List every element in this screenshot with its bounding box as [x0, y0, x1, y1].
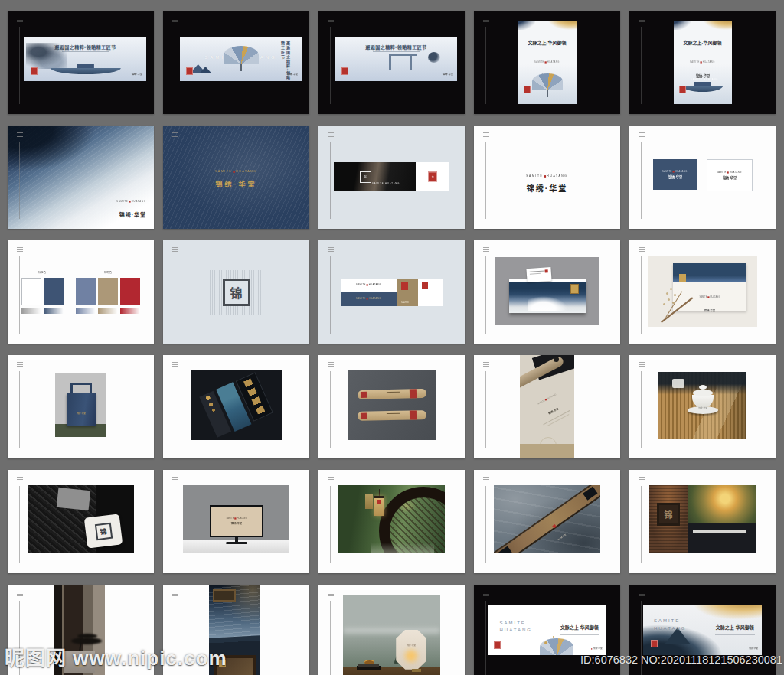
- brand-en-left: SAMITE: [401, 301, 409, 303]
- banner-artwork: SAMITEHUATANG 文脉之上·华风御领 锦绣·华堂: [643, 605, 762, 655]
- red-seal: [422, 282, 428, 289]
- fan-graphic: [224, 46, 259, 64]
- brand-en-row: SAMITEHUATANG: [215, 171, 256, 174]
- thumb-scroll-tubes: [318, 355, 465, 458]
- banner-en-block: SAMITEHUATANG: [500, 620, 532, 634]
- swatch-red: [120, 278, 140, 305]
- thumb-cover-inkwash: SAMITEHUATANG 锦绣·华堂: [8, 126, 154, 229]
- brand-en-right: HUATANG: [703, 61, 715, 64]
- gradient-bar: [120, 308, 140, 314]
- background-cup: [672, 379, 684, 388]
- brand-logo: 锦绣·华堂: [576, 639, 603, 653]
- gate-post-graphic: [410, 56, 412, 70]
- red-band: [410, 390, 416, 399]
- brand-en-text: SAMITE HUATANG: [372, 183, 400, 185]
- red-seal: [361, 412, 367, 419]
- palette-group-label: 标准色: [39, 272, 47, 275]
- swatch-navy: [44, 278, 64, 305]
- gold-brush-graphic: [546, 21, 577, 34]
- kraft-band: [520, 444, 574, 458]
- brand-cn-text: 锦绣·华堂: [230, 522, 241, 525]
- thumb-banner-boat: SAMITE HUATANG 邂逅国之精粹·领略精工匠节 锦绣·华堂: [8, 11, 154, 114]
- brand-logo: 锦绣·华堂: [433, 65, 453, 79]
- logo-mark-square: 锦: [95, 522, 113, 540]
- logo-card-navy: SAMITEHUATANG 锦绣·华堂: [653, 159, 697, 190]
- wave-graphic: [528, 296, 567, 311]
- pouch-graphic: [509, 279, 586, 313]
- cards-layout: SAMITEHUATANG 锦绣·华堂 SAMITEHUATANG 锦绣·华堂: [629, 159, 776, 191]
- brand-en-left: SAMITE: [215, 171, 232, 173]
- thumb-forest-lamp: 锦绣·华堂: [318, 585, 465, 675]
- brand-en-right: HUATANG: [547, 175, 567, 178]
- lockup-vertical-panel: [418, 279, 443, 306]
- banner-title-block: 文脉之上·华风御领: [715, 618, 755, 635]
- brand-logo: 锦绣·华堂: [67, 404, 96, 418]
- gold-brush-graphic: [701, 21, 732, 34]
- brand-cn-text: 锦绣·华堂: [132, 73, 142, 77]
- thumb-banner-fan: SAMITE HUATANG 邂逅国之精粹·领略精工匠节 锦绣·华堂: [163, 11, 309, 114]
- mockup-photo: 锦: [649, 485, 756, 553]
- lamp-base: [412, 669, 421, 672]
- brand-cn-text: 锦绣·华堂: [668, 175, 681, 179]
- thumb-cover-navy: SAMITEHUATANG 锦绣·华堂: [163, 126, 309, 229]
- watermark-site: 昵图网 www.nipic.com: [5, 642, 227, 670]
- red-square-mark: [544, 175, 547, 178]
- red-seal: [341, 67, 348, 75]
- swatch-tan: [98, 278, 118, 305]
- logo-mark-char: 锦: [364, 176, 367, 179]
- brand-logo: 锦绣·华堂: [122, 65, 142, 79]
- thumb-garden-lanterns: [318, 470, 465, 573]
- business-card: [526, 267, 551, 282]
- banner-artwork: SAMITEHUATANG 文脉之上·华风御领 锦绣·华堂: [488, 605, 606, 655]
- brand-en-left: SAMITE: [526, 175, 543, 178]
- stone-path: [371, 543, 434, 553]
- logo-card-white: SAMITEHUATANG 锦绣·华堂: [707, 159, 753, 191]
- vertical-text-line: [423, 291, 423, 302]
- red-seal: 锦: [428, 172, 437, 182]
- red-seal: [377, 500, 381, 504]
- thumb-photo-strip: 锦 SAMITE HUATANG 锦: [318, 126, 465, 229]
- lamp-logo: 锦绣·华堂: [396, 636, 426, 650]
- brand-en-left: SAMITE: [356, 284, 366, 286]
- thumb-envelope-mockup: SAMITEHUATANG 锦绣·华堂: [629, 240, 776, 344]
- poster-title: 文脉之上·华风御领: [518, 39, 577, 46]
- red-square-mark: [544, 269, 547, 272]
- thumb-logo-cards: SAMITEHUATANG 锦绣·华堂 SAMITEHUATANG 锦绣·华堂: [629, 126, 776, 229]
- thumb-screen-mockup: SAMITEHUATANG 锦绣·华堂: [163, 470, 309, 573]
- thumb-tea-cup: 锦绣·华堂: [629, 355, 776, 458]
- red-seal: [651, 640, 658, 647]
- thumb-poster-boat: 文脉之上·华风御领 SAMITEHUATANG 锦绣·华堂 SAMITE HUA…: [629, 11, 776, 114]
- cup-logo: 锦绣·华堂: [692, 399, 714, 412]
- thumb-pouch-mockup: [474, 240, 620, 344]
- logo-mark-char: 锦: [665, 508, 673, 520]
- swatch-slate: [76, 278, 96, 305]
- thumb-pillow: 锦: [8, 470, 154, 573]
- lantern: [374, 496, 384, 516]
- thumb-logo-mark: 锦: [163, 240, 309, 344]
- ink-corner-graphic: [518, 21, 535, 30]
- strip-white-panel: 锦: [416, 162, 449, 191]
- mockup-photo: [495, 257, 599, 325]
- brand-cn-text: 锦绣·华堂: [216, 181, 257, 188]
- boat-graphic: [682, 86, 723, 92]
- dark-pavilion: [688, 523, 756, 553]
- stock-image-preview: SAMITE HUATANG 邂逅国之精粹·领略精工匠节 锦绣·华堂 SAMIT…: [0, 0, 784, 675]
- brand-cn-text: 锦绣·华堂: [287, 73, 298, 77]
- brand-en-left: SAMITE: [654, 618, 680, 623]
- ink-blot-graphic: [8, 126, 96, 172]
- ink-corner-graphic: [674, 21, 691, 30]
- lockup-tan-block: SAMITE: [397, 279, 418, 306]
- brand-en-row: SAMITEHUATANG: [356, 298, 381, 300]
- poster-title: 文脉之上·华风御领: [716, 625, 754, 631]
- thumb-gift-boxes: [163, 355, 309, 458]
- kraft-tube: [358, 410, 426, 421]
- logo-pillow: 锦: [84, 514, 123, 548]
- thumb-logo-page: SAMITEHUATANG 锦绣·华堂: [474, 126, 620, 229]
- thumb-banner-gate: SAMITE HUATANG 邂逅国之精粹·领略精工匠节 锦绣·华堂: [318, 11, 465, 114]
- ink-mountain-graphic: [26, 43, 67, 69]
- lockup-layout: SAMITEHUATANG SAMITEHUATANG SAMITE: [341, 279, 443, 306]
- hero-banner-artwork: SAMITE HUATANG 邂逅国之精粹·领略精工匠节 锦绣·华堂: [24, 37, 146, 81]
- brand-en-text: SAMITE HUATANG: [691, 79, 718, 81]
- brand-en-left: SAMITE: [662, 171, 672, 173]
- brand-en-right: HUATANG: [237, 517, 247, 520]
